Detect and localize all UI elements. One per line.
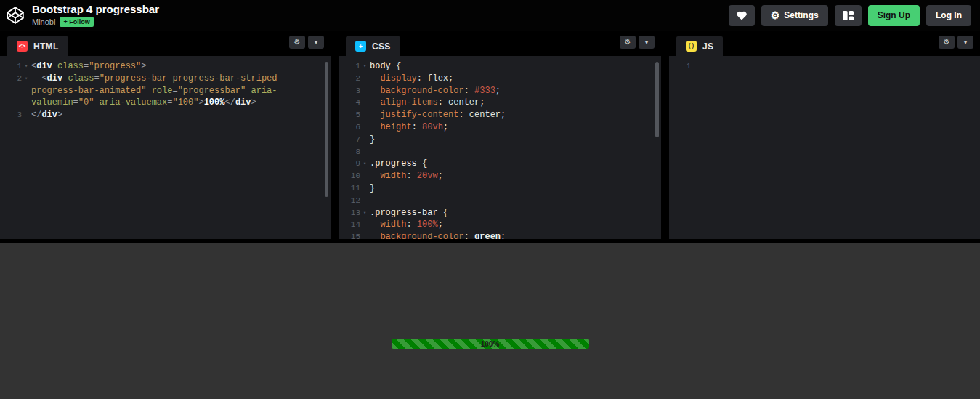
code-line: 1 — [669, 60, 980, 73]
code-text: .progress { — [370, 158, 661, 170]
html-code-lines: 1▾<div class="progress">2▾ <div class="p… — [0, 60, 331, 121]
code-text — [370, 195, 661, 207]
fold-arrow-icon[interactable]: ▾ — [363, 60, 370, 73]
login-button[interactable]: Log In — [926, 5, 971, 26]
fold-arrow-icon[interactable]: ▾ — [363, 158, 370, 170]
tab-js[interactable]: () JS — [676, 36, 723, 56]
css-editor-panel: + CSS ⚙ ▾ 1▾body {2 display: flex;3 back… — [339, 31, 661, 239]
css-tab-tools: ⚙ ▾ — [620, 36, 655, 49]
html-tabbar: <> HTML ⚙ ▾ — [0, 31, 331, 56]
fold-gutter — [363, 146, 370, 158]
fold-gutter — [363, 182, 370, 195]
code-line: 1▾<div class="progress"> — [0, 60, 331, 73]
code-text: width: 100%; — [370, 219, 661, 231]
js-icon: () — [686, 41, 697, 52]
fold-arrow-icon[interactable]: ▾ — [25, 60, 31, 73]
html-settings-gear-icon[interactable]: ⚙ — [289, 36, 305, 49]
line-number: 3 — [339, 85, 363, 97]
byline: Minobi + Follow — [32, 17, 159, 27]
follow-button[interactable]: + Follow — [60, 17, 93, 27]
js-code-editor[interactable]: 1 — [669, 56, 980, 239]
line-number: 15 — [339, 231, 363, 239]
fold-gutter — [363, 97, 370, 109]
pen-title-block: Bootstrap 4 progressbar Minobi + Follow — [32, 4, 159, 27]
code-line: 10 width: 20vw; — [339, 170, 661, 182]
fold-arrow-icon[interactable]: ▾ — [25, 73, 31, 109]
progress-label: 100% — [481, 340, 500, 348]
line-number: 1 — [669, 60, 694, 73]
code-text — [700, 60, 980, 73]
code-line: 1▾body { — [339, 60, 661, 73]
heart-icon — [737, 11, 747, 20]
code-line: 3 background-color: #333; — [339, 85, 661, 97]
progress-track: 100% — [392, 339, 589, 349]
like-button[interactable] — [729, 5, 755, 26]
css-settings-gear-icon[interactable]: ⚙ — [620, 36, 636, 49]
code-text: <div class="progress-bar progress-bar-st… — [31, 73, 331, 109]
css-tabbar: + CSS ⚙ ▾ — [339, 31, 661, 56]
author-link[interactable]: Minobi — [32, 17, 55, 26]
html-tab-label: HTML — [33, 41, 59, 52]
html-tab-tools: ⚙ ▾ — [289, 36, 324, 49]
fold-arrow-icon[interactable]: ▾ — [363, 207, 370, 219]
code-text: } — [370, 134, 661, 146]
code-line: 4 align-items: center; — [339, 97, 661, 109]
header-actions: ⚙ Settings Sign Up Log In — [729, 5, 971, 26]
fold-gutter — [363, 170, 370, 182]
code-text: height: 80vh; — [370, 121, 661, 134]
code-line: 15 background-color: green; — [339, 231, 661, 239]
tab-css[interactable]: + CSS — [346, 36, 400, 56]
css-icon: + — [355, 41, 366, 52]
settings-button[interactable]: ⚙ Settings — [761, 5, 828, 26]
code-line: 9▾.progress { — [339, 158, 661, 170]
code-line: 11} — [339, 182, 661, 195]
html-editor-panel: <> HTML ⚙ ▾ 1▾<div class="progress">2▾ <… — [0, 31, 331, 239]
line-number: 9 — [339, 158, 363, 170]
css-chevron-down-icon[interactable]: ▾ — [639, 36, 655, 49]
code-text: display: flex; — [370, 73, 661, 85]
code-text: width: 20vw; — [370, 170, 661, 182]
top-bar: Bootstrap 4 progressbar Minobi + Follow … — [0, 0, 980, 31]
code-line: 2 display: flex; — [339, 73, 661, 85]
line-number: 6 — [339, 121, 363, 134]
code-text: align-items: center; — [370, 97, 661, 109]
gear-icon: ⚙ — [771, 10, 780, 20]
line-number: 1 — [339, 60, 363, 73]
signup-button[interactable]: Sign Up — [868, 5, 920, 26]
code-line: 7} — [339, 134, 661, 146]
html-icon: <> — [17, 41, 28, 52]
css-code-editor[interactable]: 1▾body {2 display: flex;3 background-col… — [339, 56, 661, 239]
line-number: 8 — [339, 146, 363, 158]
js-chevron-down-icon[interactable]: ▾ — [957, 36, 973, 49]
css-vertical-scrollbar[interactable] — [655, 62, 659, 137]
code-line: 12 — [339, 195, 661, 207]
tab-html[interactable]: <> HTML — [7, 36, 68, 56]
html-chevron-down-icon[interactable]: ▾ — [308, 36, 324, 49]
fold-gutter — [363, 109, 370, 121]
fold-gutter — [363, 219, 370, 231]
change-view-button[interactable] — [835, 5, 862, 26]
line-number: 2 — [339, 73, 363, 85]
progress-bar: 100% — [392, 339, 589, 349]
code-line: 6 height: 80vh; — [339, 121, 661, 134]
js-settings-gear-icon[interactable]: ⚙ — [939, 36, 955, 49]
line-number: 10 — [339, 170, 363, 182]
line-number: 4 — [339, 97, 363, 109]
codepen-logo-icon[interactable] — [6, 6, 25, 25]
js-tab-label: JS — [702, 41, 713, 52]
line-number: 3 — [0, 109, 25, 121]
code-text: background-color: #333; — [370, 85, 661, 97]
line-number: 13 — [339, 207, 363, 219]
css-code-lines: 1▾body {2 display: flex;3 background-col… — [339, 60, 661, 239]
code-text: background-color: green; — [370, 231, 661, 239]
line-number: 7 — [339, 134, 363, 146]
preview-pane: 100% — [0, 239, 980, 399]
code-text: .progress-bar { — [370, 207, 661, 219]
html-vertical-scrollbar[interactable] — [325, 62, 328, 197]
fold-gutter — [363, 121, 370, 134]
js-tab-tools: ⚙ ▾ — [939, 36, 973, 49]
fold-gutter — [694, 60, 700, 73]
html-code-editor[interactable]: 1▾<div class="progress">2▾ <div class="p… — [0, 56, 331, 239]
code-text — [370, 146, 661, 158]
code-text: } — [370, 182, 661, 195]
